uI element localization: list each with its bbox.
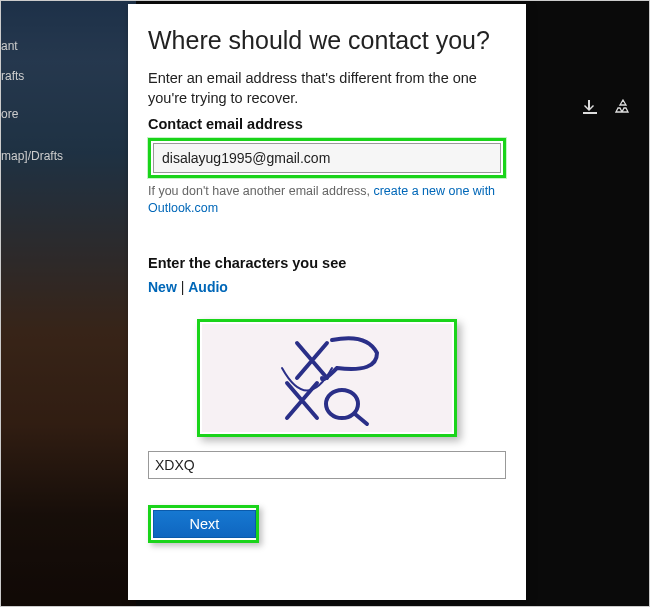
captcha-image [202, 324, 452, 432]
captcha-audio-link[interactable]: Audio [188, 279, 228, 295]
bg-sidebar-item: ant [1, 39, 18, 53]
email-label: Contact email address [148, 116, 506, 132]
captcha-link-row: New | Audio [148, 279, 506, 295]
captcha-input[interactable] [148, 451, 506, 479]
separator: | [177, 279, 188, 295]
contact-email-input[interactable] [153, 143, 501, 173]
captcha-area [148, 313, 506, 443]
email-highlight [148, 138, 506, 178]
bg-sidebar-item: map]/Drafts [1, 149, 63, 163]
app-window: ant rafts ore map]/Drafts Where should w… [0, 0, 650, 607]
next-highlight: Next [148, 505, 259, 543]
page-subtitle: Enter an email address that's different … [148, 69, 506, 108]
helper-prefix: If you don't have another email address, [148, 184, 373, 198]
captcha-highlight [197, 319, 457, 437]
helper-text: If you don't have another email address,… [148, 183, 506, 217]
bg-sidebar-item: ore [1, 107, 18, 121]
bg-sidebar-item: rafts [1, 69, 24, 83]
next-button[interactable]: Next [153, 510, 256, 538]
captcha-label: Enter the characters you see [148, 255, 506, 271]
recycle-icon[interactable] [615, 99, 631, 115]
recovery-dialog: Where should we contact you? Enter an em… [128, 4, 526, 600]
download-icon[interactable] [583, 100, 597, 114]
captcha-new-link[interactable]: New [148, 279, 177, 295]
titlebar-icons [583, 99, 631, 115]
page-title: Where should we contact you? [148, 26, 506, 55]
